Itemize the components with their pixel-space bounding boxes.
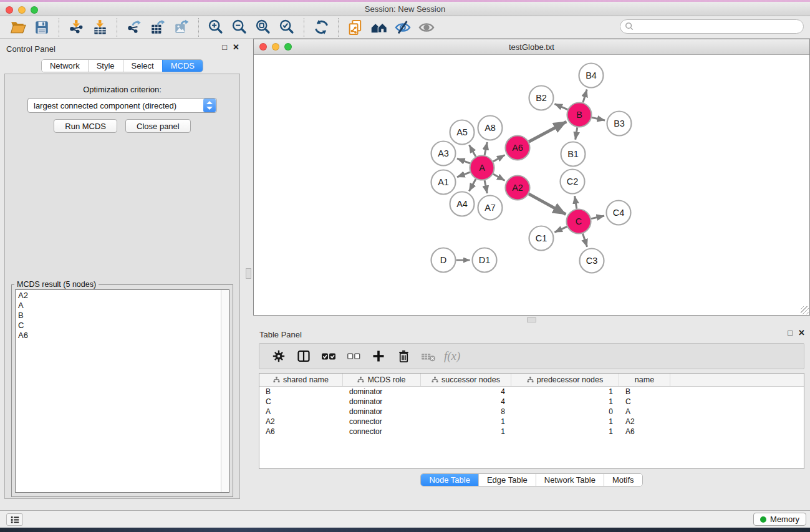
- graph-edge-C-C4[interactable]: [591, 216, 604, 219]
- table-cell[interactable]: 0: [511, 407, 619, 417]
- tab-node-table[interactable]: Node Table: [421, 474, 478, 486]
- result-item[interactable]: A6: [18, 331, 218, 341]
- table-cell[interactable]: 1: [421, 417, 511, 427]
- export-table-icon[interactable]: [148, 19, 167, 36]
- table-cell[interactable]: A2: [619, 417, 670, 427]
- network-graph[interactable]: B4B2BB3A8A5A6A3B1AA1C2A2A4A7C4CC1C3DD1: [254, 55, 809, 315]
- result-item[interactable]: A2: [18, 291, 218, 301]
- column-view-icon[interactable]: [293, 347, 314, 365]
- table-cell[interactable]: connector: [343, 417, 421, 427]
- table-settings-gear-icon[interactable]: [268, 347, 289, 365]
- close-panel-icon[interactable]: ✕: [233, 42, 239, 52]
- table-row[interactable]: Bdominator41B: [259, 387, 804, 397]
- graph-edge-A-A3[interactable]: [457, 158, 470, 163]
- table-cell[interactable]: 1: [511, 397, 619, 407]
- graph-edge-A-A6[interactable]: [493, 155, 505, 162]
- column-header-predecessor-nodes[interactable]: predecessor nodes: [511, 374, 619, 386]
- table-cell[interactable]: A6: [259, 427, 343, 437]
- graph-edge-A-A2[interactable]: [493, 174, 505, 180]
- splitter-grip-horizontal[interactable]: [527, 317, 536, 322]
- table-cell[interactable]: 1: [511, 387, 619, 397]
- table-cell[interactable]: 1: [511, 427, 619, 437]
- export-image-icon[interactable]: [172, 19, 191, 36]
- tab-network-table[interactable]: Network Table: [536, 474, 604, 486]
- tab-edge-table[interactable]: Edge Table: [478, 474, 536, 486]
- graph-edge-C-C2[interactable]: [575, 196, 577, 209]
- import-table-icon[interactable]: [90, 19, 109, 36]
- import-network-icon[interactable]: [67, 19, 85, 36]
- tab-motifs[interactable]: Motifs: [604, 474, 642, 486]
- close-table-panel-icon[interactable]: ✕: [798, 328, 805, 338]
- result-item[interactable]: A: [18, 301, 218, 311]
- graph-edge-B-B3[interactable]: [592, 117, 605, 120]
- column-header-name[interactable]: name: [619, 374, 670, 386]
- close-panel-button[interactable]: Close panel: [125, 119, 191, 133]
- export-network-icon[interactable]: [125, 19, 143, 36]
- table-row[interactable]: A6connector11A6: [259, 427, 804, 437]
- graph-edge-A6-B[interactable]: [529, 122, 566, 142]
- graph-edge-B-B4[interactable]: [583, 89, 587, 102]
- apply-layout-icon[interactable]: [312, 19, 330, 36]
- add-column-icon[interactable]: [368, 347, 389, 365]
- table-row[interactable]: A2connector11A2: [259, 417, 804, 427]
- show-all-icon[interactable]: [417, 19, 436, 36]
- table-cell[interactable]: dominator: [343, 407, 421, 417]
- deselect-all-checkboxes-icon[interactable]: [343, 347, 364, 365]
- column-header-shared-name[interactable]: shared name: [259, 374, 343, 386]
- table-cell[interactable]: B: [259, 387, 343, 397]
- table-cell[interactable]: dominator: [343, 387, 421, 397]
- mcds-result-list[interactable]: A2ABCA6: [15, 289, 229, 493]
- hide-selected-icon[interactable]: [393, 19, 412, 36]
- network-canvas[interactable]: B4B2BB3A8A5A6A3B1AA1C2A2A4A7C4CC1C3DD1: [254, 55, 809, 315]
- tab-style[interactable]: Style: [88, 60, 123, 72]
- table-cell[interactable]: A: [619, 407, 670, 417]
- float-table-panel-icon[interactable]: □: [788, 328, 793, 338]
- result-item[interactable]: B: [18, 311, 218, 321]
- table-cell[interactable]: 1: [421, 427, 511, 437]
- table-row[interactable]: Cdominator41C: [259, 397, 804, 407]
- result-item[interactable]: C: [18, 321, 218, 331]
- table-cell[interactable]: C: [619, 397, 670, 407]
- table-cell[interactable]: connector: [343, 427, 421, 437]
- first-neighbors-icon[interactable]: [370, 19, 388, 36]
- zoom-in-icon[interactable]: [206, 19, 225, 36]
- window-titlebar[interactable]: Session: New Session: [0, 2, 810, 16]
- graph-edge-B-B2[interactable]: [554, 104, 567, 110]
- table-cell[interactable]: 4: [421, 397, 511, 407]
- memory-button[interactable]: Memory: [753, 513, 806, 526]
- graph-edge-C-C3[interactable]: [582, 233, 587, 246]
- table-cell[interactable]: [670, 407, 804, 417]
- table-cell[interactable]: 8: [421, 407, 511, 417]
- column-header-successor-nodes[interactable]: successor nodes: [421, 374, 511, 386]
- float-panel-icon[interactable]: □: [222, 42, 227, 52]
- table-cell[interactable]: C: [259, 397, 343, 407]
- save-session-icon[interactable]: [32, 19, 51, 36]
- tab-select[interactable]: Select: [123, 60, 162, 72]
- zoom-out-icon[interactable]: [230, 19, 249, 36]
- result-list-scrollbar[interactable]: [221, 290, 229, 492]
- tab-mcds[interactable]: MCDS: [162, 60, 203, 72]
- graph-edge-A-A5[interactable]: [470, 145, 476, 157]
- table-cell[interactable]: [670, 417, 804, 427]
- network-window-titlebar[interactable]: testGlobe.txt: [254, 39, 809, 55]
- table-cell[interactable]: B: [619, 387, 670, 397]
- open-file-icon[interactable]: [9, 19, 27, 36]
- zoom-fit-icon[interactable]: [254, 19, 272, 36]
- table-cell[interactable]: 1: [511, 417, 619, 427]
- table-cell[interactable]: [670, 427, 804, 437]
- delete-column-trash-icon[interactable]: [393, 347, 414, 365]
- graph-edge-A2-C[interactable]: [529, 194, 566, 215]
- table-cell[interactable]: [670, 397, 804, 407]
- table-cell[interactable]: A6: [619, 427, 670, 437]
- table-cell[interactable]: A2: [259, 417, 343, 427]
- select-all-checkboxes-icon[interactable]: [318, 347, 339, 365]
- table-row[interactable]: Adominator80A: [259, 407, 804, 417]
- window-resize-handle[interactable]: [801, 306, 809, 314]
- tab-network[interactable]: Network: [42, 60, 88, 72]
- graph-edge-A-A8[interactable]: [485, 142, 487, 155]
- graph-edge-A-A1[interactable]: [457, 172, 470, 177]
- table-cell[interactable]: A: [259, 407, 343, 417]
- graph-edge-C-C1[interactable]: [554, 226, 567, 232]
- search-input[interactable]: [620, 19, 804, 34]
- table-cell[interactable]: 4: [421, 387, 511, 397]
